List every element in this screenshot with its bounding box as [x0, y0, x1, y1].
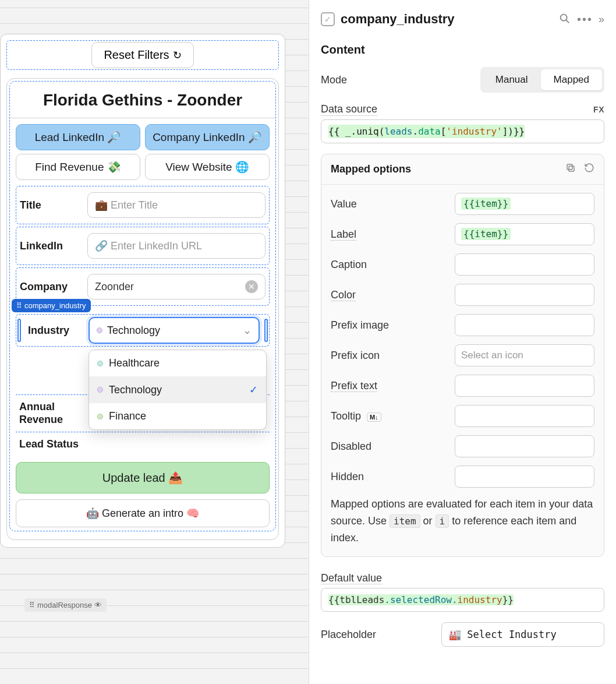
component-tag-label: company_industry [24, 301, 86, 310]
data-source-expression: {{ _.uniq(leads.data['industry'])}} [328, 125, 525, 138]
dropdown-item-finance[interactable]: Finance [89, 403, 266, 429]
form-container: Reset Filters ↻ Florida Gethins - Zoonde… [0, 34, 285, 548]
title-input[interactable]: 💼 Enter Title [87, 192, 265, 218]
data-source-input[interactable]: {{ _.uniq(leads.data['industry'])}} [321, 119, 604, 143]
expand-icon[interactable]: » [599, 13, 604, 26]
markdown-badge: M↓ [367, 412, 381, 422]
linkedin-input[interactable]: 🔗 Enter LinkedIn URL [87, 233, 265, 259]
industry-value: Technology [107, 325, 160, 337]
value-expression: {{item}} [461, 198, 511, 210]
inspector-panel: ✓ company_industry ••• » Content Mode Ma… [309, 0, 616, 684]
modal-tag-label: modalResponse [37, 601, 92, 609]
chevron-down-icon: ⌄ [243, 324, 252, 337]
prefix-text-input[interactable] [455, 375, 594, 397]
placeholder-input[interactable]: 🏭 Select Industry [441, 622, 604, 647]
title-label: Title [20, 199, 83, 211]
label-label: Label [331, 228, 356, 241]
mode-option-mapped[interactable]: Mapped [541, 69, 602, 90]
option-color-dot [97, 387, 103, 393]
more-icon[interactable]: ••• [577, 13, 593, 26]
mapped-help-text: Mapped options are evaluated for each it… [331, 496, 594, 546]
option-color-dot [97, 327, 102, 333]
value-input[interactable]: {{item}} [455, 193, 594, 215]
dropdown-item-technology[interactable]: Technology ✓ [89, 376, 266, 403]
value-label: Value [331, 198, 357, 210]
update-lead-button[interactable]: Update lead 📤 [16, 462, 270, 493]
svg-line-1 [566, 20, 569, 23]
tooltip-label: Tooltip [331, 410, 361, 422]
resize-handle-right[interactable] [264, 319, 268, 342]
default-value-input[interactable]: {{tblLeads.selectedRow.industry}} [321, 588, 604, 612]
company-linkedin-button[interactable]: Company LinkedIn 🔎 [145, 124, 270, 150]
industry-select[interactable]: Technology ⌄ [88, 317, 260, 344]
copy-icon[interactable] [565, 163, 576, 176]
mode-label: Mode [321, 74, 347, 86]
content-heading: Content [321, 43, 604, 57]
lead-status-row: Lead Status [16, 432, 270, 456]
component-tag-chip[interactable]: ⠿ company_industry [12, 299, 91, 312]
prefix-image-label: Prefix image [331, 319, 389, 331]
industry-label: Industry [28, 325, 84, 337]
modal-response-tag[interactable]: ⠿ modalResponse 👁 [24, 598, 107, 612]
lead-linkedin-button[interactable]: Lead LinkedIn 🔎 [16, 124, 140, 150]
view-website-button[interactable]: View Website 🌐 [145, 154, 270, 180]
placeholder-label: Placeholder [321, 629, 376, 641]
clear-icon[interactable]: ✕ [245, 280, 258, 293]
card-title: Florida Gethins - Zoonder [10, 82, 275, 118]
prefix-icon-label: Prefix icon [331, 350, 380, 361]
component-type-icon: ✓ [321, 12, 335, 26]
caption-label: Caption [331, 259, 367, 270]
canvas-pane: Reset Filters ↻ Florida Gethins - Zoonde… [0, 0, 309, 684]
code-pill-item: item [390, 514, 420, 528]
hidden-input[interactable] [455, 466, 594, 488]
label-input[interactable]: {{item}} [455, 223, 594, 245]
dropdown-item-label: Healthcare [109, 357, 160, 369]
option-color-dot [97, 414, 103, 419]
reset-icon[interactable] [584, 163, 594, 176]
svg-rect-3 [567, 164, 572, 170]
prefix-image-input[interactable] [455, 314, 594, 336]
prefix-icon-input[interactable]: Select an icon [455, 344, 594, 366]
color-input[interactable] [455, 284, 594, 306]
check-icon: ✓ [249, 383, 258, 396]
company-input[interactable]: Zoonder ✕ [87, 274, 265, 299]
mode-toggle: Manual Mapped [480, 67, 604, 93]
lead-card: Florida Gethins - Zoonder Lead LinkedIn … [6, 78, 279, 540]
fx-badge[interactable]: FX [593, 105, 604, 114]
label-expression: {{item}} [461, 228, 511, 240]
data-source-label: Data source [321, 103, 377, 116]
mapped-options-heading: Mapped options [331, 163, 411, 175]
svg-point-0 [561, 14, 567, 20]
option-color-dot [97, 361, 103, 366]
generate-intro-button[interactable]: 🤖 Generate an intro 🧠 [16, 499, 270, 527]
annual-revenue-label: Annual Revenue [19, 401, 83, 426]
mapped-options-section: Mapped options Value {{item}} Label {{it… [321, 154, 604, 557]
disabled-label: Disabled [331, 440, 371, 452]
svg-rect-2 [569, 166, 574, 171]
find-revenue-button[interactable]: Find Revenue 💸 [16, 154, 140, 180]
dropdown-item-label: Finance [109, 410, 146, 422]
lead-status-label: Lead Status [19, 438, 79, 450]
linkedin-label: LinkedIn [20, 240, 83, 252]
mode-option-manual[interactable]: Manual [483, 69, 541, 90]
drag-handle-icon: ⠿ [16, 301, 22, 310]
color-label: Color [331, 289, 356, 301]
resize-handle-left[interactable] [17, 319, 21, 342]
disabled-input[interactable] [455, 435, 594, 457]
company-label: Company [20, 281, 83, 293]
tooltip-input[interactable] [455, 405, 594, 427]
dropdown-item-healthcare[interactable]: Healthcare [89, 350, 266, 376]
caption-input[interactable] [455, 253, 594, 276]
dropdown-item-label: Technology [109, 384, 162, 396]
reset-filters-button[interactable]: Reset Filters ↻ [91, 42, 193, 68]
refresh-icon: ↻ [173, 49, 182, 62]
hidden-icon: 👁 [94, 601, 102, 609]
company-value: Zoonder [95, 281, 134, 293]
drag-handle-icon: ⠿ [29, 601, 35, 609]
code-pill-i: i [436, 514, 449, 528]
industry-dropdown: Healthcare Technology ✓ Finance [88, 350, 267, 430]
hidden-label: Hidden [331, 471, 364, 482]
search-icon[interactable] [558, 12, 571, 27]
reset-filters-label: Reset Filters [104, 48, 169, 62]
inspector-title: company_industry [341, 12, 553, 27]
